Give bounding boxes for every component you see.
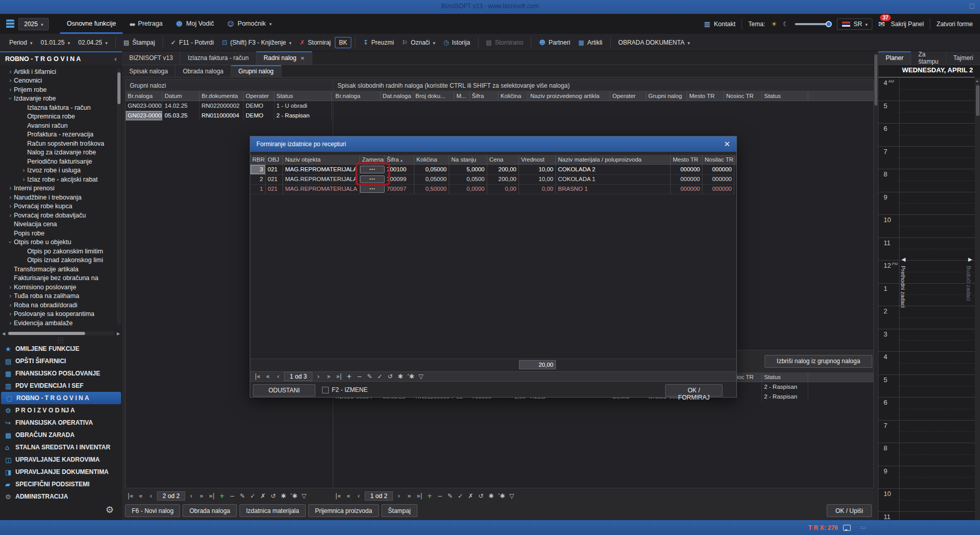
calendar-hour-row[interactable]: 3 bbox=[878, 329, 975, 352]
chat-bubble-icon[interactable] bbox=[843, 525, 851, 531]
tab-close-icon[interactable]: × bbox=[301, 54, 305, 62]
nav-post-button[interactable] bbox=[456, 492, 465, 500]
tree-item[interactable]: Avansni račun bbox=[0, 121, 116, 130]
table-row[interactable]: 1021MAG.REPROMATERIJALA···7000970,500000… bbox=[250, 184, 327, 194]
calendar-hour-row[interactable]: 1 bbox=[878, 284, 975, 307]
nav-goto-bookmark-button[interactable] bbox=[406, 373, 415, 380]
sidebar-section[interactable]: SPECIFIČNI PODSISTEMI bbox=[0, 478, 122, 490]
nav-edit-button[interactable] bbox=[238, 492, 247, 500]
column-header[interactable]: Na stanju bbox=[449, 155, 487, 164]
main-vertical-scrollbar[interactable] bbox=[874, 51, 878, 520]
tree-item[interactable]: Poslovanje sa kooperantima bbox=[0, 310, 116, 319]
tree-item[interactable]: Tuđa roba na zalihama bbox=[0, 292, 116, 301]
nav-last-button[interactable] bbox=[415, 492, 424, 500]
knjizenje-button[interactable]: (Shift) F3 - Knjiženje bbox=[218, 39, 295, 46]
nav-next-page-button[interactable] bbox=[324, 373, 333, 380]
nav-delete-button[interactable] bbox=[228, 492, 236, 500]
tree-item[interactable]: Narudžbine i trebovanja bbox=[0, 193, 116, 202]
artikli-button[interactable]: Artikli bbox=[574, 39, 607, 46]
sidebar-section[interactable]: OBRAČUN ZARADA bbox=[0, 429, 122, 441]
previous-tasks-arrow-icon[interactable] bbox=[902, 256, 906, 262]
scrollbar-thumb[interactable] bbox=[8, 332, 85, 335]
nav-prev-page-button[interactable] bbox=[344, 492, 353, 500]
calendar-hour-row[interactable]: 7 bbox=[878, 147, 975, 170]
sidebar-section[interactable]: UPRAVLJANJE KADROVIMA bbox=[0, 453, 122, 466]
dark-theme-icon[interactable] bbox=[783, 21, 789, 28]
column-header[interactable]: Mesto TR bbox=[671, 155, 703, 164]
column-header[interactable]: Cena bbox=[487, 155, 519, 164]
date-to-select[interactable]: 02.04.25 bbox=[74, 39, 111, 46]
column-header[interactable]: Nosilac TR bbox=[703, 155, 734, 164]
izbrisi-nalog-button[interactable]: Izbriši nalog iz grupnog naloga bbox=[765, 355, 872, 368]
calendar-hour-row[interactable]: 10 bbox=[878, 489, 975, 512]
nav-post-button[interactable] bbox=[375, 373, 384, 380]
obrada-dokumenta-menu[interactable]: OBRADA DOKUMENTA bbox=[614, 39, 694, 46]
nav-edit-button[interactable] bbox=[365, 373, 374, 380]
nav-first-button[interactable] bbox=[126, 492, 135, 500]
izmene-checkbox[interactable]: F2 - IZMENE bbox=[322, 386, 368, 393]
window-maximize-icon[interactable]: □ bbox=[969, 2, 975, 9]
tree-item[interactable]: Profaktura - rezervacija bbox=[0, 130, 116, 140]
preuzmi-button[interactable]: Preuzmi bbox=[359, 39, 398, 46]
table-row[interactable]: 3021MAG.REPROMATERIJALA···7001000,050005… bbox=[250, 165, 266, 174]
nav-delete-button[interactable] bbox=[355, 373, 364, 380]
column-header[interactable]: Vrednost bbox=[519, 155, 556, 164]
planner-tab[interactable]: Za štampu bbox=[911, 51, 946, 65]
tree-item[interactable]: Račun sopstvenih troškova bbox=[0, 139, 116, 148]
istorija-button[interactable]: Istorija bbox=[439, 39, 474, 46]
menu-pretraga[interactable]: Pretraga bbox=[123, 14, 169, 34]
calendar-hour-row[interactable]: 7 bbox=[878, 421, 975, 444]
tree-item[interactable]: Otpis po zakonskim limitim bbox=[0, 247, 116, 256]
nav-prev-button[interactable] bbox=[274, 373, 283, 380]
tree-item[interactable]: Izlazna faktura - račun bbox=[0, 103, 116, 112]
sidebar-section[interactable]: OMILJENE FUNKCIJE bbox=[0, 343, 122, 355]
column-header[interactable]: Datum bbox=[163, 91, 199, 101]
tree-item[interactable]: Interni prenosi bbox=[0, 184, 116, 193]
column-header[interactable]: Grupni nalog bbox=[646, 91, 687, 101]
column-header[interactable]: Operater bbox=[244, 91, 274, 101]
nav-refresh-button[interactable] bbox=[386, 373, 394, 380]
kontakt-button[interactable]: Kontakt bbox=[704, 20, 735, 28]
language-select[interactable]: SR bbox=[837, 18, 872, 30]
nav-delete-button[interactable] bbox=[435, 492, 444, 500]
nav-next-page-button[interactable] bbox=[405, 492, 413, 500]
nav-add-button[interactable] bbox=[217, 492, 226, 500]
tree-item[interactable]: Nivelacija cena bbox=[0, 220, 116, 229]
tree-item[interactable]: Fakturisanje bez obračuna na bbox=[0, 274, 116, 283]
sidebar-section[interactable]: UPRAVLJANJE DOKUMENTIMA bbox=[0, 466, 122, 478]
checkbox-icon[interactable] bbox=[322, 387, 329, 393]
calendar-hour-row[interactable]: 5 bbox=[878, 101, 975, 124]
tree-horizontal-scrollbar[interactable]: ◀ ▶ bbox=[2, 331, 120, 336]
sidebar-section[interactable]: P R O I Z V O D NJ A bbox=[0, 404, 122, 417]
nav-first-button[interactable] bbox=[334, 492, 343, 500]
tree-item[interactable]: Evidencija ambalaže bbox=[0, 319, 116, 328]
column-header[interactable]: Zamena bbox=[360, 155, 385, 164]
nav-refresh-button[interactable] bbox=[269, 492, 277, 500]
ok-formiraj-button[interactable]: OK / FORMIRAJ bbox=[665, 384, 723, 397]
nav-filter-button[interactable] bbox=[416, 373, 425, 380]
column-header[interactable]: Dat.naloga bbox=[381, 91, 413, 101]
action-button[interactable]: Štampaj bbox=[382, 504, 417, 517]
period-select[interactable]: Period bbox=[5, 39, 36, 46]
column-header[interactable]: Naziv materijala / poluproizvoda bbox=[556, 155, 671, 164]
calendar-hour-row[interactable]: 8 bbox=[878, 169, 975, 192]
stampaj-button[interactable]: Štampaj bbox=[119, 39, 159, 46]
document-tab[interactable]: Izlazna faktura - račun bbox=[181, 51, 256, 65]
table-row[interactable]: GN023-0000205.03.25RN011000004DEMO2 - Ra… bbox=[126, 111, 163, 121]
column-header[interactable]: Broj doku... bbox=[413, 91, 454, 101]
sidebar-section[interactable]: FINANSIJSKA OPERATIVA bbox=[0, 417, 122, 429]
tree-item[interactable]: Povraćaj robe dobavljaču bbox=[0, 211, 116, 220]
nav-prev-page-button[interactable] bbox=[136, 492, 145, 500]
column-header[interactable]: Status bbox=[762, 91, 808, 101]
oznaci-button[interactable]: Označi bbox=[398, 39, 439, 46]
nav-bookmark-button[interactable] bbox=[396, 373, 405, 380]
calendar-hour-row[interactable]: 5 bbox=[878, 375, 975, 398]
calendar-hour-row[interactable]: 6 bbox=[878, 398, 975, 421]
nav-goto-bookmark-button[interactable] bbox=[289, 492, 298, 500]
calendar-hour-row[interactable]: 9 bbox=[878, 192, 975, 215]
calendar-hour-row[interactable]: 4AM bbox=[878, 78, 975, 101]
calendar-hour-row[interactable]: 12PM bbox=[878, 261, 975, 284]
column-header[interactable]: Status bbox=[274, 91, 332, 101]
nav-next-button[interactable] bbox=[187, 492, 195, 500]
column-header[interactable]: Operater bbox=[610, 91, 646, 101]
